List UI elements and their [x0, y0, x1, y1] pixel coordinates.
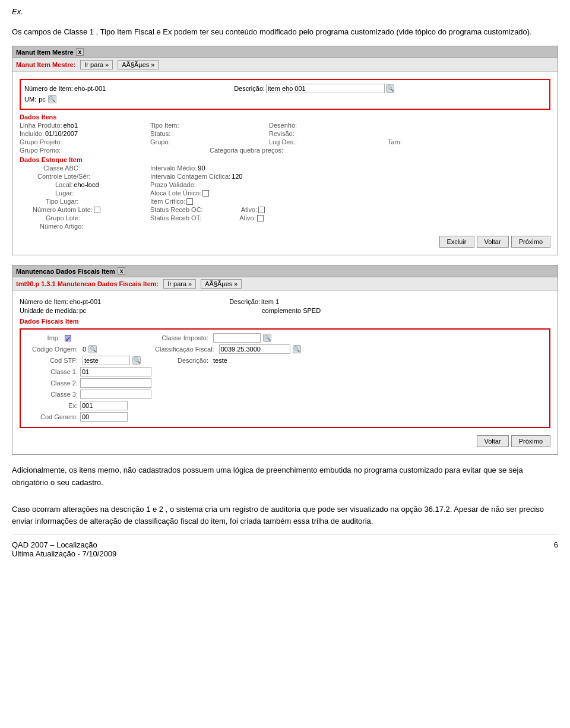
window1-close-btn[interactable]: x: [76, 48, 84, 56]
footer-left: QAD 2007 – Localização Ultima Atualizaçã…: [12, 540, 116, 558]
dados-fiscais-section: Imp: ✓ Classe Imposto: 🔍 Código Origem: …: [20, 328, 550, 428]
window1-title: Manut Item Mestre: [16, 49, 74, 56]
voltar-btn[interactable]: Voltar: [477, 236, 509, 248]
status-cell: Status:: [150, 130, 269, 137]
window2-breadcrumb: tmt90.p 1.3.1 Manutencao Dados Fiscais I…: [16, 280, 159, 287]
status-label: Status:: [150, 130, 170, 137]
desenho-cell: Desenho:: [269, 122, 388, 129]
item-critico-label: Item Crítico:: [150, 198, 185, 205]
classe2-input[interactable]: [80, 378, 151, 388]
grupo-cell: Grupo:: [150, 138, 269, 145]
window1-button-bar: Excluir Voltar Próximo: [16, 232, 554, 251]
status-receb-ot-label: Status Receb OT:: [150, 214, 201, 221]
item-critico-checkbox[interactable]: [186, 198, 193, 205]
local-label: Local:: [55, 181, 72, 188]
ativo1-label: Ativo:: [241, 206, 258, 213]
linha-produto-cell: Linha Produto: eho1: [20, 122, 150, 129]
dados-itens-row1: Linha Produto: eho1 Tipo Item: Desenho:: [20, 122, 550, 129]
ex-label: Ex:: [24, 402, 78, 409]
tipo-lugar-label: Tipo Lugar:: [46, 198, 78, 205]
window1-acoes-btn[interactable]: AÃ§Ãµes »: [118, 60, 159, 69]
ativo1-checkbox[interactable]: [258, 207, 265, 213]
classe-imposto-search-icon[interactable]: 🔍: [263, 334, 271, 342]
tipo-item-label: Tipo Item:: [150, 122, 179, 129]
grupo-promo-label: Grupo Promo:: [20, 147, 61, 154]
linha-produto-value: eho1: [64, 122, 78, 129]
grupo-promo-cell: Grupo Promo:: [20, 147, 150, 154]
window1-content: Número de Item: eho-pt-001 Descrição: 🔍 …: [12, 72, 558, 255]
window-dados-fiscais: Manutencao Dados Fiscais Item x tmt90.p …: [12, 265, 558, 455]
window1-ir-para-btn[interactable]: Ir para »: [80, 60, 113, 69]
controle-lote-cell: Controle Lote/Sér:: [20, 173, 150, 180]
imp-checkbox[interactable]: ✓: [65, 335, 71, 341]
cod-origem-search-icon[interactable]: 🔍: [88, 345, 97, 353]
aloca-lote-checkbox[interactable]: [202, 190, 209, 197]
tam-label: Tam:: [388, 138, 402, 145]
footer: QAD 2007 – Localização Ultima Atualizaçã…: [12, 540, 558, 558]
classe1-input[interactable]: [80, 367, 151, 376]
prazo-validade-cell: Prazo Validade:: [150, 181, 197, 188]
revisao-label: Revisão:: [269, 130, 294, 137]
classe3-label: Classe 3:: [24, 391, 78, 398]
controle-lote-label: Controle Lote/Sér:: [37, 173, 90, 180]
descricao-search-icon[interactable]: 🔍: [386, 84, 394, 93]
status-receb-oc-cell: Status Receb OC: Ativo:: [150, 206, 265, 213]
tam-cell: Tam:: [388, 138, 459, 145]
w2-proximo-btn[interactable]: Próximo: [511, 435, 550, 447]
estoque-row4: Lugar: Aloca Lote Único:: [20, 189, 550, 197]
classe-imposto-input[interactable]: [213, 333, 261, 343]
linha-produto-label: Linha Produto:: [20, 122, 62, 129]
descricao-label: Descrição:: [234, 85, 265, 92]
estoque-row2: Controle Lote/Sér: Intervalo Contagem Cí…: [20, 173, 550, 180]
item-critico-cell: Item Crítico:: [150, 198, 193, 205]
w2-unidade-value: pc: [79, 307, 86, 314]
fiscal-row8: Cod Genero:: [24, 412, 546, 422]
cod-stf-search-icon[interactable]: 🔍: [132, 356, 141, 365]
local-cell: Local: eho-locd: [20, 181, 150, 188]
proximo-btn[interactable]: Próximo: [511, 236, 550, 248]
revisao-cell: Revisão:: [269, 130, 388, 137]
lug-des-label: Lug Des.:: [269, 138, 297, 145]
classe3-input[interactable]: [80, 390, 151, 399]
w2-numero-item-label: Número de Item:: [20, 298, 68, 305]
page-number: 6: [554, 540, 558, 558]
intervalo-medio-label: Intervalo Médio:: [150, 164, 197, 172]
classe-imposto-label: Classe Imposto:: [155, 334, 208, 341]
um-search-icon[interactable]: 🔍: [48, 95, 56, 103]
dados-fiscais-header: Dados Fiscais Item: [20, 318, 550, 325]
ativo2-checkbox[interactable]: [257, 215, 264, 221]
w2-voltar-btn[interactable]: Voltar: [477, 435, 509, 447]
descricao-input[interactable]: [266, 84, 385, 93]
num-autom-cell: Número Autom Lote:: [20, 206, 150, 213]
cod-genero-input[interactable]: [80, 412, 128, 422]
classif-fiscal-search-icon[interactable]: 🔍: [293, 345, 301, 353]
window2-title: Manutencao Dados Fiscais Item: [16, 268, 115, 275]
status-receb-ot-cell: Status Receb OT: Ativo:: [150, 214, 264, 221]
window2-ir-para-btn[interactable]: Ir para »: [163, 279, 196, 289]
window2-header-info: Número de Item: eho-pt-001 Descrição: it…: [20, 298, 550, 314]
w2-numero-item-cell: Número de Item: eho-pt-001: [20, 298, 101, 305]
fiscal-row3: Cod STF: 🔍 Descrição: teste: [24, 356, 546, 365]
num-autom-checkbox[interactable]: [94, 207, 100, 213]
descricao-cell: Descrição: 🔍: [234, 84, 394, 93]
dados-estoque-grid: Classe ABC: Intervalo Médio: 90 Controle…: [20, 164, 550, 230]
classif-fiscal-cell: Classificação Fiscal: 🔍: [155, 344, 301, 354]
fiscal-row4: Classe 1:: [24, 367, 546, 376]
classif-fiscal-input[interactable]: [219, 344, 290, 354]
excluir-btn[interactable]: Excluir: [439, 236, 474, 248]
grupo-lote-cell: Grupo Lote:: [20, 214, 150, 221]
window1-toolbar-label: Manut Item Mestre:: [16, 61, 75, 68]
w2-numero-item-value: eho-pt-001: [69, 298, 101, 305]
fiscal-row6: Classe 3:: [24, 390, 546, 399]
window2-close-btn[interactable]: x: [118, 267, 126, 275]
ex-input[interactable]: [80, 401, 128, 410]
cat-quebra-label: Categoria quebra preços:: [210, 147, 283, 154]
dados-itens-row3: Grupo Projeto: Grupo: Lug Des.: Tam:: [20, 138, 550, 145]
cod-origem-label: Código Origem:: [24, 346, 78, 353]
estoque-row1: Classe ABC: Intervalo Médio: 90: [20, 164, 550, 172]
status-receb-oc-label: Status Receb OC:: [150, 206, 203, 213]
window2-title-bar: Manutencao Dados Fiscais Item x: [12, 265, 558, 277]
cod-stf-input[interactable]: [83, 356, 130, 365]
classe1-label: Classe 1:: [24, 368, 78, 375]
window2-acoes-btn[interactable]: AÃ§Ãµes »: [201, 279, 242, 289]
